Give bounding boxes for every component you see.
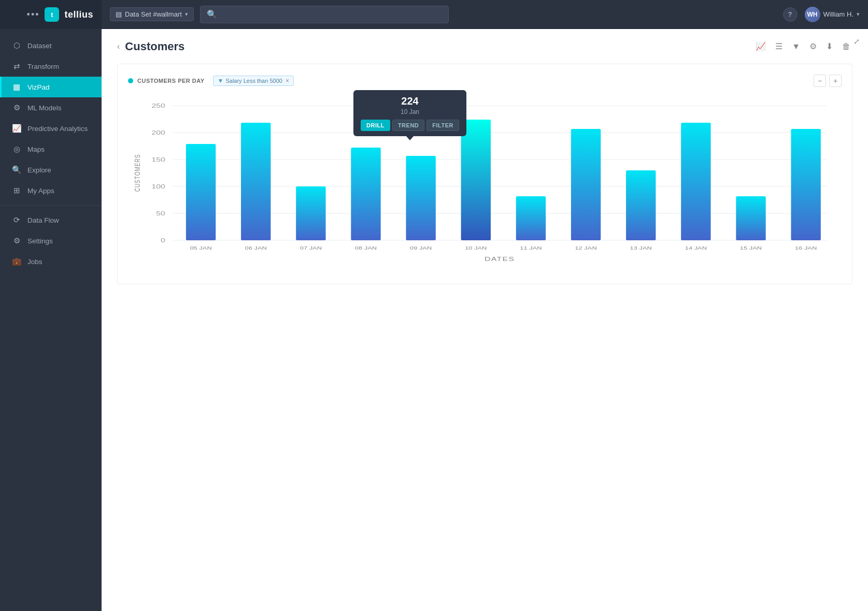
search-bar[interactable]: 🔍 — [200, 6, 449, 23]
transform-icon: ⇄ — [12, 62, 21, 71]
logo-text: tellius — [64, 9, 93, 20]
zoom-out-button[interactable]: − — [814, 75, 826, 87]
svg-text:10 JAN: 10 JAN — [465, 245, 487, 251]
sidebar-item-label-jobs: Jobs — [27, 258, 42, 266]
sidebar-item-dataset[interactable]: ⬡Dataset — [0, 35, 102, 56]
sidebar-item-label-transform: Transform — [27, 63, 59, 70]
chart-zoom-controls: − + — [814, 75, 842, 87]
user-chevron-icon: ▾ — [857, 11, 860, 18]
dataset-chevron-icon: ▾ — [185, 11, 188, 18]
sidebar-item-label-explore: Explore — [27, 166, 51, 174]
sidebar-nav: ⬡Dataset⇄Transform▦VizPad⚙ML Models📈Pred… — [0, 29, 102, 611]
bar-06jan[interactable] — [241, 123, 271, 240]
svg-text:14 JAN: 14 JAN — [685, 245, 707, 251]
sidebar-item-label-predictive-analytics: Predictive Analytics — [27, 125, 88, 133]
my-apps-icon: ⊞ — [12, 186, 21, 195]
delete-icon[interactable]: 🗑 — [840, 40, 852, 53]
list-icon[interactable]: ☰ — [773, 39, 785, 53]
sidebar-item-maps[interactable]: ◎Maps — [0, 139, 102, 159]
svg-text:09 JAN: 09 JAN — [410, 245, 432, 251]
bar-chart-svg: 250 200 150 100 50 — [128, 95, 842, 271]
svg-text:15 JAN: 15 JAN — [740, 245, 762, 251]
bar-13jan[interactable] — [626, 170, 656, 240]
sidebar-item-predictive-analytics[interactable]: 📈Predictive Analytics — [0, 118, 102, 139]
logo-icon: t — [45, 7, 59, 22]
sidebar-item-vizpad[interactable]: ▦VizPad — [0, 77, 102, 97]
svg-text:12 JAN: 12 JAN — [575, 245, 596, 251]
main-wrapper: ▤ Data Set #wallmart ▾ 🔍 ? WH William H.… — [102, 0, 868, 611]
legend-dot — [128, 78, 133, 83]
zoom-in-button[interactable]: + — [829, 75, 842, 87]
sidebar-item-label-data-flow: Data Flow — [27, 216, 59, 224]
search-input[interactable] — [221, 10, 442, 18]
legend-label: CUSTOMERS PER DAY — [137, 78, 205, 84]
settings-icon: ⚙ — [12, 236, 21, 245]
svg-text:06 JAN: 06 JAN — [245, 245, 267, 251]
sidebar-item-explore[interactable]: 🔍Explore — [0, 159, 102, 180]
user-menu[interactable]: WH William H. ▾ — [805, 7, 860, 22]
svg-text:DATES: DATES — [485, 256, 515, 262]
legend-item: CUSTOMERS PER DAY — [128, 78, 205, 84]
svg-text:100: 100 — [151, 183, 165, 190]
help-button[interactable]: ? — [783, 7, 798, 22]
filter-tag-icon: ▼ — [218, 77, 224, 84]
bar-11jan[interactable] — [516, 196, 546, 240]
bar-05jan[interactable] — [186, 144, 216, 240]
topbar-right: ? WH William H. ▾ — [783, 7, 860, 22]
sidebar-item-label-settings: Settings — [27, 237, 53, 245]
sidebar-item-label-ml-models: ML Models — [27, 104, 62, 112]
ml-models-icon: ⚙ — [12, 103, 21, 112]
filter-close-button[interactable]: × — [286, 77, 289, 84]
maps-icon: ◎ — [12, 144, 21, 154]
dataset-label: Data Set #wallmart — [125, 10, 182, 18]
title-area: ‹ Customers — [117, 40, 184, 53]
bar-08jan[interactable] — [351, 148, 380, 240]
svg-text:13 JAN: 13 JAN — [630, 245, 652, 251]
page-actions: 📈 ☰ ▼ ⚙ ⬇ 🗑 — [753, 39, 852, 53]
sidebar-item-data-flow[interactable]: ⟳Data Flow — [0, 210, 102, 230]
settings-icon[interactable]: ⚙ — [807, 39, 819, 53]
sidebar-item-ml-models[interactable]: ⚙ML Models — [0, 97, 102, 118]
explore-icon: 🔍 — [12, 165, 21, 174]
sidebar-item-label-dataset: Dataset — [27, 42, 52, 50]
bar-12jan[interactable] — [571, 129, 601, 240]
svg-text:200: 200 — [151, 129, 165, 136]
bar-15jan[interactable] — [736, 196, 765, 240]
sidebar-item-label-maps: Maps — [27, 146, 45, 153]
bar-16jan[interactable] — [791, 129, 820, 240]
svg-text:CUSTOMERS: CUSTOMERS — [133, 154, 141, 192]
filter-icon[interactable]: ▼ — [790, 40, 802, 53]
jobs-icon: 💼 — [12, 257, 21, 266]
chart-legend: CUSTOMERS PER DAY ▼ Salary Less than 500… — [128, 75, 842, 87]
predictive-analytics-icon: 📈 — [12, 124, 21, 133]
bar-14jan[interactable] — [681, 123, 710, 240]
bar-09jan[interactable] — [406, 156, 435, 240]
svg-text:11 JAN: 11 JAN — [520, 245, 542, 251]
dataset-selector[interactable]: ▤ Data Set #wallmart ▾ — [110, 7, 194, 21]
download-icon[interactable]: ⬇ — [824, 39, 835, 53]
vizpad-icon: ▦ — [12, 82, 21, 92]
content-area: ‹ Customers 📈 ☰ ▼ ⚙ ⬇ 🗑 ⤢ — [102, 29, 868, 611]
data-flow-icon: ⟳ — [12, 215, 21, 225]
sidebar-item-transform[interactable]: ⇄Transform — [0, 56, 102, 77]
svg-text:250: 250 — [151, 103, 165, 109]
sidebar-header: ••• t tellius — [0, 0, 102, 29]
sidebar-item-my-apps[interactable]: ⊞My Apps — [0, 180, 102, 201]
back-button[interactable]: ‹ — [117, 42, 120, 51]
trend-icon[interactable]: 📈 — [753, 39, 768, 53]
menu-dots[interactable]: ••• — [27, 9, 40, 20]
svg-text:150: 150 — [151, 156, 165, 163]
expand-button[interactable]: ⤢ — [853, 37, 860, 46]
topbar: ▤ Data Set #wallmart ▾ 🔍 ? WH William H.… — [102, 0, 868, 29]
sidebar: ••• t tellius ⬡Dataset⇄Transform▦VizPad⚙… — [0, 0, 102, 611]
page-title: Customers — [125, 40, 184, 53]
sidebar-item-jobs[interactable]: 💼Jobs — [0, 251, 102, 272]
sidebar-item-label-vizpad: VizPad — [27, 83, 50, 91]
bar-07jan[interactable] — [296, 186, 325, 240]
chart-page: ‹ Customers 📈 ☰ ▼ ⚙ ⬇ 🗑 ⤢ — [102, 29, 868, 611]
bar-10jan[interactable] — [461, 120, 491, 240]
filter-tag: ▼ Salary Less than 5000 × — [213, 76, 294, 86]
search-icon: 🔍 — [207, 9, 217, 19]
svg-text:05 JAN: 05 JAN — [190, 245, 211, 251]
sidebar-item-settings[interactable]: ⚙Settings — [0, 230, 102, 251]
